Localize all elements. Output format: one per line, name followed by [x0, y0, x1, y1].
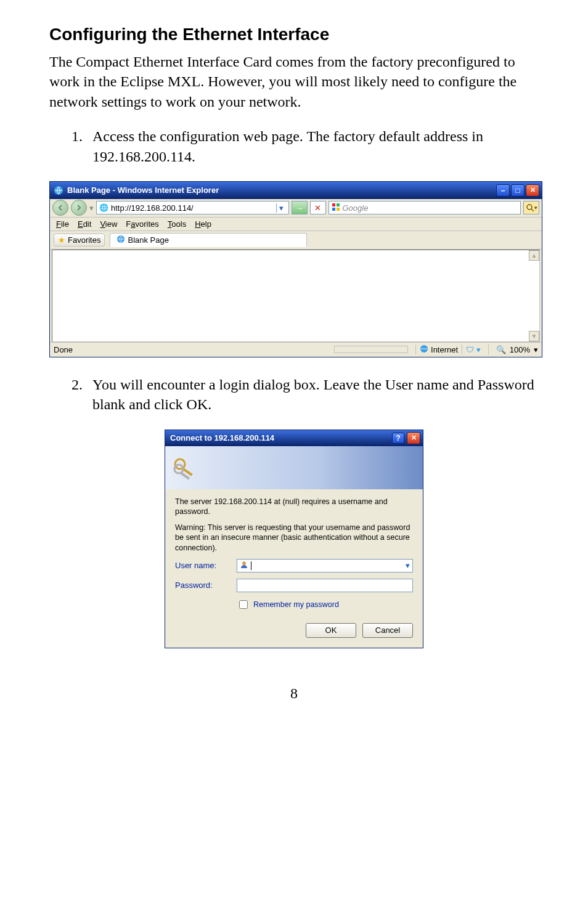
- svg-line-6: [531, 209, 534, 211]
- zoom-level: 100%: [510, 345, 530, 354]
- maximize-button[interactable]: [511, 184, 525, 197]
- favorites-label: Favorites: [68, 235, 100, 245]
- address-url: http://192.168.200.114/: [111, 203, 194, 213]
- address-row: ▾ 🌐 http://192.168.200.114/ ▾ → ✕ Google…: [50, 199, 542, 218]
- password-label: Password:: [175, 581, 237, 590]
- google-icon: [332, 203, 340, 213]
- menu-file[interactable]: File: [56, 219, 69, 229]
- back-button[interactable]: [52, 200, 68, 216]
- protected-mode-icon[interactable]: 🛡 ▾: [466, 345, 481, 354]
- svg-point-13: [242, 561, 246, 565]
- keys-icon: [173, 455, 197, 480]
- address-dropdown-icon[interactable]: ▾: [276, 203, 286, 213]
- login-titlebar: Connect to 192.168.200.114 ?: [165, 430, 423, 446]
- svg-rect-1: [332, 203, 335, 206]
- ok-button[interactable]: OK: [306, 623, 356, 638]
- tab-blank-page[interactable]: Blank Page: [110, 233, 307, 247]
- favorites-button[interactable]: ★ Favorites: [54, 234, 105, 247]
- step-1: Access the configuration web page. The f…: [86, 126, 539, 166]
- page-heading: Configuring the Ethernet Interface: [49, 25, 539, 44]
- svg-rect-4: [337, 208, 340, 211]
- tab-row: ★ Favorites Blank Page: [50, 231, 542, 250]
- tab-page-icon: [116, 235, 125, 245]
- login-msg-1: The server 192.168.200.114 at (null) req…: [175, 497, 413, 517]
- remember-label: Remember my password: [253, 600, 339, 609]
- cancel-button[interactable]: Cancel: [362, 623, 413, 638]
- intro-paragraph: The Compact Ethernet Interface Card come…: [49, 52, 539, 112]
- search-button[interactable]: ▾: [523, 201, 539, 214]
- stop-button[interactable]: ✕: [310, 201, 326, 214]
- tab-label: Blank Page: [128, 235, 169, 245]
- zone-label: Internet: [431, 345, 458, 354]
- zoom-icon[interactable]: 🔍: [496, 345, 506, 354]
- status-bar: Done Internet 🛡 ▾ 🔍 100% ▾: [50, 342, 542, 357]
- user-icon: [240, 560, 248, 571]
- login-body: The server 192.168.200.114 at (null) req…: [165, 489, 423, 648]
- search-placeholder: Google: [343, 203, 369, 213]
- menu-bar: File Edit View Favorites Tools Help: [50, 218, 542, 231]
- zoom-dropdown-icon[interactable]: ▾: [534, 345, 538, 354]
- menu-favorites[interactable]: Favorites: [126, 219, 158, 229]
- menu-view[interactable]: View: [100, 219, 117, 229]
- ie-logo-icon: [54, 185, 63, 195]
- menu-help[interactable]: Help: [195, 219, 211, 229]
- close-button[interactable]: [526, 184, 539, 197]
- login-msg-2: Warning: This server is requesting that …: [175, 523, 413, 553]
- page-icon: 🌐: [99, 203, 108, 212]
- ie-titlebar: Blank Page - Windows Internet Explorer: [50, 182, 542, 199]
- username-label: User name:: [175, 561, 237, 570]
- svg-rect-3: [332, 208, 335, 211]
- browser-viewport: ▲ ▼: [52, 250, 540, 342]
- login-banner: [165, 446, 423, 489]
- zone-indicator[interactable]: Internet: [420, 344, 458, 355]
- go-button[interactable]: →: [292, 201, 308, 214]
- svg-point-5: [527, 205, 532, 210]
- status-text: Done: [54, 345, 334, 354]
- internet-icon: [420, 344, 428, 355]
- forward-button[interactable]: [71, 200, 87, 216]
- svg-rect-2: [337, 203, 340, 206]
- login-title-text: Connect to 192.168.200.114: [170, 433, 392, 442]
- password-input[interactable]: [237, 579, 413, 592]
- minimize-button[interactable]: [496, 184, 510, 197]
- star-icon: ★: [58, 235, 65, 245]
- help-button[interactable]: ?: [392, 433, 404, 444]
- login-close-button[interactable]: [407, 432, 420, 444]
- search-box[interactable]: Google: [329, 201, 521, 214]
- window-title: Blank Page - Windows Internet Explorer: [67, 185, 495, 195]
- address-bar[interactable]: 🌐 http://192.168.200.114/ ▾: [96, 201, 289, 214]
- username-input[interactable]: ▾: [237, 559, 413, 573]
- menu-edit[interactable]: Edit: [78, 219, 91, 229]
- ie-window: Blank Page - Windows Internet Explorer ▾…: [49, 181, 542, 357]
- scroll-down-button[interactable]: ▼: [529, 331, 539, 341]
- scroll-up-button[interactable]: ▲: [529, 250, 539, 261]
- login-dialog: Connect to 192.168.200.114 ? The server …: [165, 430, 423, 648]
- menu-tools[interactable]: Tools: [168, 219, 186, 229]
- username-dropdown-icon[interactable]: ▾: [406, 561, 410, 570]
- progress-bar: [334, 346, 408, 353]
- page-number: 8: [49, 685, 539, 702]
- step-2: You will encounter a login dialog box. L…: [86, 375, 539, 415]
- nav-dropdown-icon[interactable]: ▾: [89, 203, 94, 213]
- remember-checkbox[interactable]: [239, 600, 248, 609]
